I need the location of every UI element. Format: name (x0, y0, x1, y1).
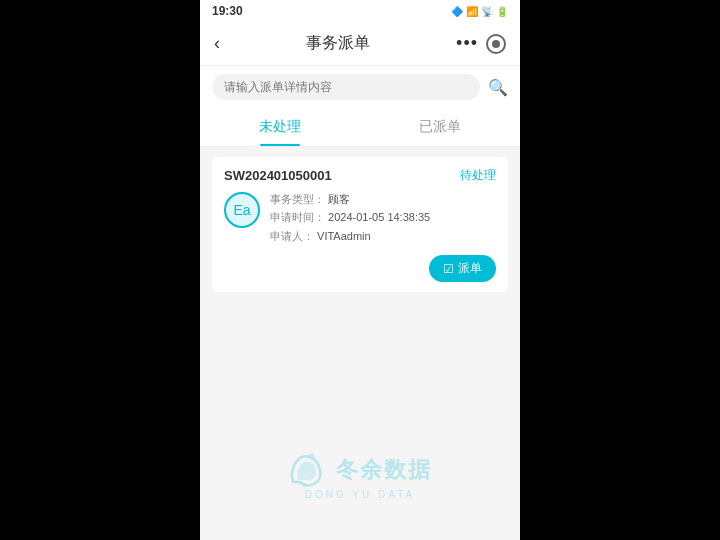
approve-icon: ☑ (443, 262, 454, 276)
record-icon (492, 40, 500, 48)
status-icons: 🔷 📶 📡 🔋 (451, 6, 508, 17)
card-id: SW202401050001 (224, 168, 332, 183)
type-label: 事务类型： (270, 193, 325, 205)
card-type-row: 事务类型： 顾客 (270, 192, 496, 207)
search-bar: 🔍 (200, 66, 520, 108)
tabs: 未处理 已派单 (200, 108, 520, 147)
card-status[interactable]: 待处理 (460, 167, 496, 184)
time-label: 申请时间： (270, 211, 325, 223)
applicant-value: VITAadmin (317, 230, 371, 242)
type-value: 顾客 (328, 193, 350, 205)
status-time: 19:30 (212, 4, 243, 18)
top-nav: ‹ 事务派单 ••• (200, 22, 520, 66)
signal-icon: 📶 (466, 6, 478, 17)
page-title: 事务派单 (306, 33, 370, 54)
battery-icon: 🔋 (496, 6, 508, 17)
time-value: 2024-01-05 14:38:35 (328, 211, 430, 223)
card-header: SW202401050001 待处理 (224, 167, 496, 184)
card-footer: ☑ 派单 (224, 255, 496, 282)
tab-pending[interactable]: 未处理 (200, 108, 360, 146)
status-bar: 19:30 🔷 📶 📡 🔋 (200, 0, 520, 22)
card-type-icon: Ea (224, 192, 260, 228)
approve-label: 派单 (458, 260, 482, 277)
record-button[interactable] (486, 34, 506, 54)
card-applicant-row: 申请人： VITAadmin (270, 229, 496, 244)
card-body: Ea 事务类型： 顾客 申请时间： 2024-01-05 14:38:35 申请… (224, 192, 496, 247)
card-info: 事务类型： 顾客 申请时间： 2024-01-05 14:38:35 申请人： … (270, 192, 496, 247)
nav-actions: ••• (456, 33, 506, 54)
approve-button[interactable]: ☑ 派单 (429, 255, 496, 282)
dispatch-card: SW202401050001 待处理 Ea 事务类型： 顾客 申请时间： 202… (212, 157, 508, 292)
search-input[interactable] (212, 74, 480, 100)
card-icon-label: Ea (233, 202, 250, 218)
applicant-label: 申请人： (270, 230, 314, 242)
back-button[interactable]: ‹ (214, 33, 220, 54)
bluetooth-icon: 🔷 (451, 6, 463, 17)
wifi-icon: 📡 (481, 6, 493, 17)
content-area: SW202401050001 待处理 Ea 事务类型： 顾客 申请时间： 202… (200, 147, 520, 540)
tab-dispatched[interactable]: 已派单 (360, 108, 520, 146)
card-time-row: 申请时间： 2024-01-05 14:38:35 (270, 210, 496, 225)
search-icon[interactable]: 🔍 (488, 78, 508, 97)
more-options-button[interactable]: ••• (456, 33, 478, 54)
